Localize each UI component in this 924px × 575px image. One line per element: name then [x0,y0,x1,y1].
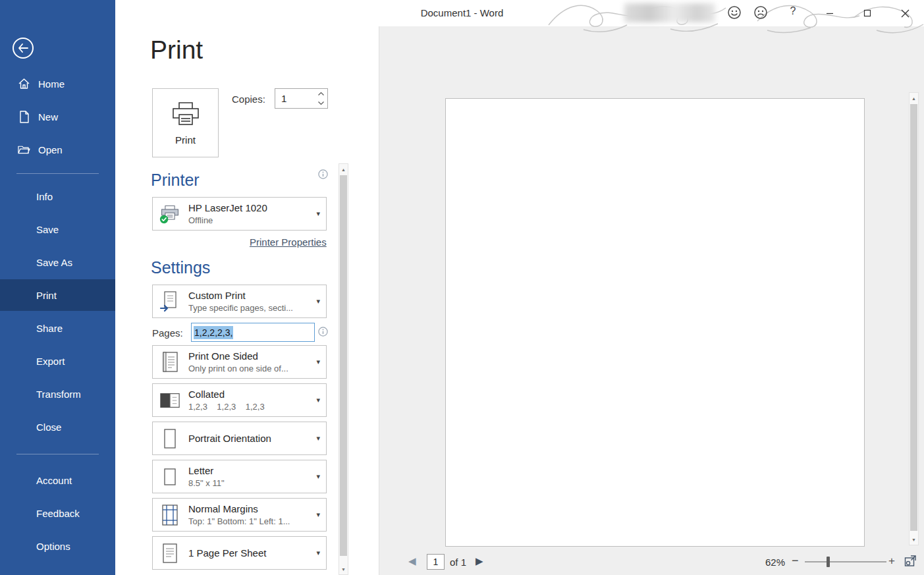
printer-select-dropdown[interactable]: HP LaserJet 1020 Offline ▾ [152,197,327,231]
collation-title: Collated [188,389,313,400]
sidebar-item-home[interactable]: Home [0,68,115,99]
duplex-title: Print One Sided [188,350,313,362]
sidebar-item-transform[interactable]: Transform [0,378,115,410]
sidebar-item-label: Info [36,191,53,202]
custom-print-icon [159,290,180,313]
maximize-button[interactable] [852,0,883,26]
zoom-slider-thumb[interactable] [827,557,830,567]
new-document-icon [18,111,30,123]
sidebar-item-open[interactable]: Open [0,134,115,165]
sidebar-item-options[interactable]: Options [0,530,115,562]
orientation-title: Portrait Orientation [188,433,313,444]
zoom-to-page-icon[interactable] [904,555,917,568]
print-range-dropdown[interactable]: Custom Print Type specific pages, secti.… [152,285,327,318]
chevron-down-icon: ▾ [316,358,320,366]
sidebar-item-label: Feedback [36,508,80,519]
sidebar-item-info[interactable]: Info [0,180,115,212]
sidebar-item-share[interactable]: Share [0,312,115,344]
open-folder-icon [18,144,30,156]
sidebar-item-save-as[interactable]: Save As [0,246,115,278]
scroll-up-icon[interactable]: ▲ [339,164,348,175]
settings-section-heading: Settings [151,258,210,277]
current-page-input[interactable]: 1 [427,554,445,570]
zoom-out-button[interactable]: − [792,554,799,568]
sidebar-item-new[interactable]: New [0,101,115,132]
portrait-orientation-icon [159,428,180,449]
zoom-level-label[interactable]: 62% [759,557,785,568]
sidebar-item-print[interactable]: Print [0,279,115,311]
sidebar-item-label: Options [36,541,70,552]
scroll-down-icon[interactable]: ▼ [339,564,348,574]
blurred-account-name [624,3,715,22]
sidebar-item-label: New [38,111,58,123]
page-count-label: of 1 [450,557,466,568]
settings-scrollbar-thumb[interactable] [340,175,347,556]
printer-name: HP LaserJet 1020 [188,202,313,213]
smiley-face-icon[interactable] [726,5,742,20]
pages-per-sheet-dropdown[interactable]: 1 Page Per Sheet ▾ [152,536,327,570]
back-arrow-icon [18,43,28,53]
scroll-down-icon[interactable]: ▼ [910,534,918,545]
sidebar-item-export[interactable]: Export [0,345,115,377]
minimize-button[interactable] [815,0,845,26]
printer-properties-link[interactable]: Printer Properties [250,236,327,248]
pages-value-selected: 1,2,2,2,3, [194,326,233,339]
sidebar-item-save[interactable]: Save [0,213,115,245]
sidebar-item-label: Save As [36,257,72,268]
sidebar-item-label: Transform [36,389,81,400]
help-icon[interactable]: ? [788,5,798,21]
sidebar-item-label: Open [38,144,63,155]
copies-increment-button[interactable] [316,89,326,99]
scroll-up-icon[interactable]: ▲ [910,93,918,103]
print-range-subtitle: Type specific pages, secti... [188,303,313,313]
settings-scrollbar[interactable]: ▲ ▼ [339,163,348,575]
margins-title: Normal Margins [188,503,313,514]
copies-stepper[interactable]: 1 [275,88,328,109]
duplex-subtitle: Only print on one side of... [188,364,313,373]
sidebar-item-label: Close [36,422,61,433]
next-page-icon[interactable]: ▶ [476,555,483,567]
orientation-dropdown[interactable]: Portrait Orientation ▾ [152,422,327,455]
copies-label: Copies: [232,94,265,105]
paper-size-dropdown[interactable]: Letter 8.5" x 11" ▾ [152,460,327,493]
margins-subtitle: Top: 1" Bottom: 1" Left: 1... [188,516,313,526]
printer-info-icon[interactable] [318,169,328,179]
preview-scrollbar[interactable]: ▲ ▼ [909,92,919,545]
sidebar-item-label: Account [36,475,72,486]
printer-status: Offline [188,215,313,225]
document-preview-page [445,98,865,547]
back-button[interactable] [13,38,34,59]
zoom-slider-track[interactable] [805,561,886,562]
collation-dropdown[interactable]: Collated 1,2,3 1,2,3 1,2,3 ▾ [152,383,327,417]
preview-scrollbar-thumb[interactable] [910,104,917,531]
pages-per-sheet-title: 1 Page Per Sheet [188,547,313,559]
pages-per-sheet-icon [159,543,180,564]
home-icon [18,78,30,90]
pages-label: Pages: [152,327,183,339]
margins-dropdown[interactable]: Normal Margins Top: 1" Bottom: 1" Left: … [152,498,327,532]
print-button[interactable]: Print [152,88,219,157]
chevron-down-icon: ▾ [316,549,320,557]
sidebar-item-account[interactable]: Account [0,464,115,496]
copies-value: 1 [281,93,286,104]
zoom-in-button[interactable]: + [888,555,895,568]
pages-input[interactable]: 1,2,2,2,3, [191,323,315,342]
chevron-down-icon: ▾ [316,510,320,519]
sidebar-divider [16,173,99,174]
sidebar-item-label: Home [38,78,65,90]
printer-device-icon [159,203,180,225]
chevron-down-icon: ▾ [316,396,320,404]
duplex-dropdown[interactable]: Print One Sided Only print on one side o… [152,345,327,379]
frown-face-icon[interactable] [753,5,769,20]
close-button[interactable] [890,0,920,26]
sidebar-item-label: Save [36,224,59,235]
sidebar-item-close[interactable]: Close [0,411,115,443]
chevron-down-icon: ▾ [316,297,320,306]
word-backstage-print-window: Document1 - Word ? Home [0,0,924,575]
copies-decrement-button[interactable] [316,99,326,109]
printer-icon [170,101,202,128]
previous-page-icon[interactable]: ◀ [408,555,416,567]
sidebar-item-feedback[interactable]: Feedback [0,497,115,529]
sidebar-item-label: Export [36,356,65,367]
pages-info-icon[interactable] [318,327,328,337]
